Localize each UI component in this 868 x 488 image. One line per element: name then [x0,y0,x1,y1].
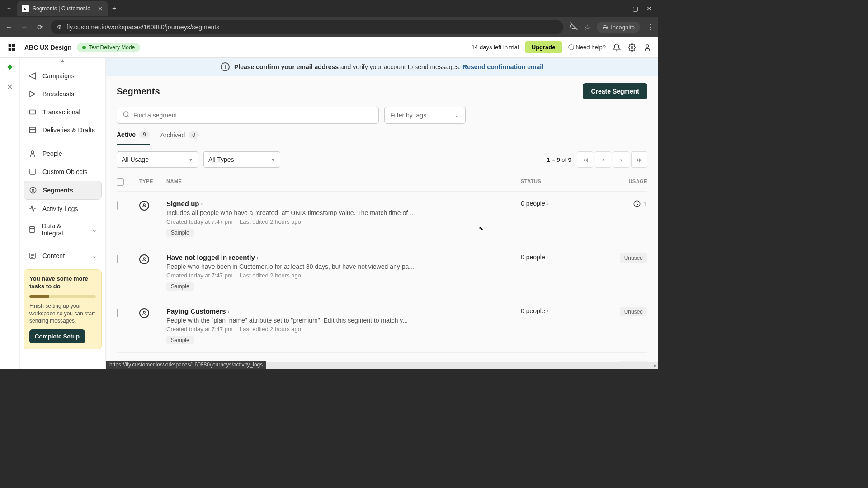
resend-email-link[interactable]: Resend confirmation email [462,63,543,70]
back-button[interactable]: ← [5,23,14,31]
sidebar-item-deliveries[interactable]: Deliveries & Drafts [24,121,102,139]
sidebar-item-transactional[interactable]: Transactional [24,103,102,121]
url-input[interactable]: ⚙ fly.customer.io/workspaces/160880/jour… [51,20,563,34]
sample-badge: Sample [166,336,194,344]
segment-type-icon [139,201,149,211]
search-controls: Filter by tags... ⌄ [106,107,658,124]
types-filter-select[interactable]: All Types ▼ [203,151,280,168]
row-checkbox[interactable] [117,309,118,317]
usage-filter-select[interactable]: All Usage ▼ [117,151,198,168]
status-link[interactable]: 0 people› [521,307,593,314]
segment-meta: Created today at 7:47 pm|Last edited 2 h… [166,218,521,225]
svg-point-11 [143,204,145,206]
sidebar-item-data-integrations[interactable]: Data & Integrat... ⌄ [24,218,102,241]
table-row: Signed up› Includes all people who have … [117,191,647,245]
svg-point-7 [32,189,34,192]
tab-archived[interactable]: Archived 0 [160,131,199,145]
chevron-right-icon: › [201,201,203,206]
sidebar-rail: ✕ [0,58,20,369]
tab-archived-count: 0 [189,131,199,139]
segment-description: People who have been in Customer.io for … [166,263,521,270]
unused-badge: Unused [620,307,647,316]
page-title: Segments [117,86,160,97]
address-bar: ← → ⟳ ⚙ fly.customer.io/workspaces/16088… [0,17,658,37]
banner-rest: and verify your account to send messages… [339,63,462,70]
segment-description: People with the "plan_name" attribute se… [166,317,521,324]
sidebar-item-people[interactable]: People [24,145,102,163]
transactional-icon [28,108,37,117]
bookmark-icon[interactable]: ☆ [584,23,590,32]
row-checkbox[interactable] [117,201,118,210]
svg-point-13 [143,258,145,259]
filters-row: All Usage ▼ All Types ▼ 1 – 9 of 9 ⏮ ‹ ›… [106,145,658,174]
col-type: TYPE [139,178,166,187]
filter-tags-select[interactable]: Filter by tags... ⌄ [384,107,466,124]
segments-icon [28,186,38,195]
sidebar-item-campaigns[interactable]: Campaigns [24,67,102,85]
minimize-icon[interactable]: — [618,5,624,12]
browser-tab[interactable]: ▸ Segments | Customer.io ✕ [17,1,108,16]
eye-off-icon[interactable] [570,22,578,32]
sidebar-item-broadcasts[interactable]: Broadcasts [24,85,102,103]
svg-point-8 [29,226,35,229]
search-icon [123,111,130,120]
search-box[interactable] [117,107,379,124]
tab-active[interactable]: Active 9 [117,131,150,145]
sidebar-item-segments[interactable]: Segments [24,181,102,200]
table-row: Paying Customers› People with the "plan_… [117,299,647,352]
incognito-badge[interactable]: 🕶 Incognito [597,22,640,33]
upgrade-button[interactable]: Upgrade [525,41,562,53]
usage-count[interactable]: 1 [633,200,647,208]
rail-x-icon[interactable]: ✕ [5,81,15,92]
last-page-button[interactable]: ⏭ [631,151,647,168]
svg-point-4 [31,151,34,154]
rail-workspace-icon[interactable] [5,62,15,73]
pagination-info: 1 – 9 of 9 [547,156,571,163]
sidebar-item-custom-objects[interactable]: Custom Objects [24,163,102,181]
settings-icon[interactable] [627,43,637,52]
segment-name-link[interactable]: Signed up› [166,200,521,207]
caret-down-icon: ▼ [271,157,275,162]
sidebar-label: Broadcasts [42,90,74,98]
segment-name-link[interactable]: Have not logged in recently› [166,253,521,261]
next-page-button[interactable]: › [613,151,629,168]
forward-button[interactable]: → [20,23,29,31]
app-logo-icon[interactable] [6,42,17,53]
complete-setup-button[interactable]: Complete Setup [29,329,85,343]
sidebar-item-activity-logs[interactable]: Activity Logs [24,200,102,218]
tab-search-button[interactable] [4,3,14,14]
segment-name-link[interactable]: Paying Customers› [166,307,521,315]
need-help-label: Need help? [576,44,606,51]
first-page-button[interactable]: ⏮ [577,151,593,168]
tasks-title: You have some more tasks to do [29,275,96,291]
svg-rect-3 [29,127,36,133]
prev-page-button[interactable]: ‹ [595,151,611,168]
need-help-button[interactable]: ⓘ Need help? [568,43,606,52]
reload-button[interactable]: ⟳ [35,23,44,32]
notifications-icon[interactable] [612,43,621,52]
sidebar-label: Deliveries & Drafts [42,127,95,134]
row-checkbox[interactable] [117,255,118,263]
account-icon[interactable] [643,43,652,52]
scroll-right-icon[interactable]: ▶ [652,363,658,368]
status-link[interactable]: 0 people› [521,253,593,261]
maximize-icon[interactable]: ▢ [632,5,638,12]
sidebar-item-content[interactable]: Content ⌄ [24,247,102,265]
status-link[interactable]: 0 people› [521,200,593,207]
select-all-checkbox[interactable] [117,178,124,186]
segments-table: TYPE NAME STATUS USAGE Signed up› Includ… [106,174,658,369]
status-url: https://fly.customer.io/workspaces/16088… [106,361,266,369]
new-tab-button[interactable]: + [112,5,116,13]
delivery-mode-badge[interactable]: Test Delivery Mode [77,43,140,52]
chevron-down-icon: ⌄ [92,226,97,233]
scroll-up-icon[interactable]: ▲ [61,58,65,63]
workspace-name[interactable]: ABC UX Design [24,44,71,51]
close-window-icon[interactable]: ✕ [646,5,652,12]
create-segment-button[interactable]: Create Segment [583,83,647,99]
info-icon: i [221,62,230,71]
browser-menu-icon[interactable]: ⋮ [646,23,654,32]
search-input[interactable] [133,112,373,119]
site-info-icon[interactable]: ⚙ [57,24,62,30]
sample-badge: Sample [166,282,194,291]
close-tab-icon[interactable]: ✕ [97,5,103,13]
